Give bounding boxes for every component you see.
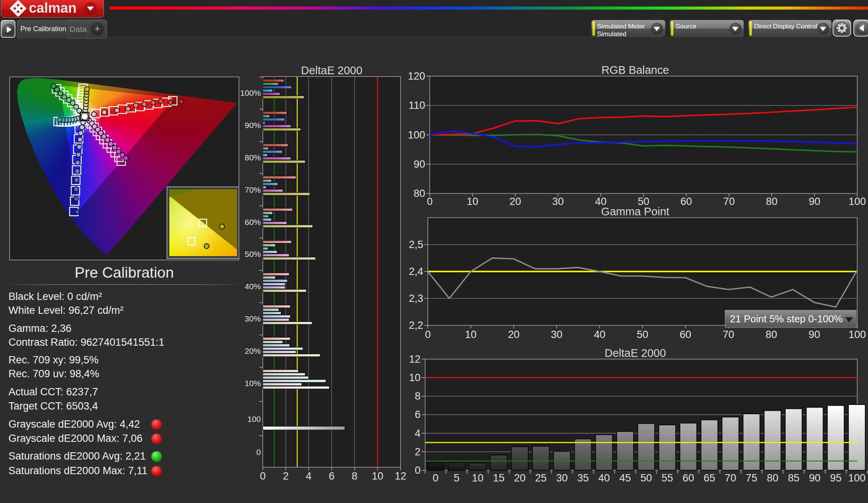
svg-text:100: 100 [848, 472, 865, 484]
svg-text:80: 80 [766, 329, 777, 340]
svg-text:60: 60 [683, 472, 694, 484]
svg-text:15: 15 [493, 472, 504, 484]
svg-text:20%: 20% [245, 346, 261, 355]
svg-text:90: 90 [414, 158, 425, 170]
svg-text:80: 80 [766, 196, 778, 207]
svg-text:50%: 50% [245, 250, 261, 258]
svg-text:12: 12 [409, 353, 421, 365]
svg-text:30: 30 [556, 472, 568, 484]
svg-text:10: 10 [472, 472, 483, 484]
svg-text:2,4: 2,4 [409, 266, 423, 277]
svg-text:70: 70 [724, 472, 736, 484]
svg-text:55: 55 [661, 472, 673, 484]
svg-text:90: 90 [808, 329, 820, 340]
svg-text:6: 6 [329, 470, 334, 482]
svg-text:30: 30 [552, 196, 564, 207]
svg-text:10: 10 [467, 196, 478, 207]
svg-text:40%: 40% [245, 282, 261, 291]
svg-text:10%: 10% [245, 379, 261, 388]
svg-text:85: 85 [788, 472, 800, 484]
svg-text:DeltaE 2000: DeltaE 2000 [301, 64, 362, 77]
svg-text:2: 2 [415, 446, 421, 458]
svg-text:RGB Balance: RGB Balance [601, 64, 669, 76]
svg-text:80%: 80% [245, 153, 261, 162]
svg-text:90: 90 [809, 472, 820, 484]
svg-text:2: 2 [283, 470, 289, 482]
svg-text:70: 70 [723, 196, 735, 207]
svg-text:2,3: 2,3 [409, 293, 423, 304]
svg-text:0: 0 [256, 448, 261, 456]
svg-text:2,2: 2,2 [409, 320, 423, 331]
svg-text:4: 4 [415, 428, 421, 439]
svg-text:100%: 100% [240, 88, 261, 97]
svg-text:30%: 30% [245, 314, 261, 323]
svg-text:20: 20 [508, 329, 519, 340]
svg-text:90: 90 [809, 196, 820, 207]
svg-text:80: 80 [767, 472, 778, 484]
svg-text:10: 10 [372, 470, 383, 482]
svg-text:65: 65 [704, 472, 715, 484]
svg-text:12: 12 [395, 470, 406, 482]
svg-text:20: 20 [514, 472, 526, 484]
svg-text:2,5: 2,5 [409, 239, 423, 250]
svg-text:10: 10 [409, 372, 421, 383]
svg-text:75: 75 [746, 472, 757, 484]
svg-text:20: 20 [509, 196, 521, 207]
svg-text:95: 95 [830, 472, 841, 484]
svg-text:Gamma Point: Gamma Point [601, 205, 669, 218]
svg-text:25: 25 [535, 472, 547, 484]
svg-text:30: 30 [551, 329, 563, 340]
svg-text:50: 50 [637, 329, 648, 340]
svg-text:0: 0 [425, 329, 431, 340]
svg-text:60: 60 [680, 329, 691, 340]
svg-text:45: 45 [619, 472, 631, 484]
svg-text:35: 35 [577, 472, 589, 484]
svg-text:5: 5 [454, 472, 459, 484]
svg-text:100: 100 [848, 329, 866, 340]
svg-text:40: 40 [598, 472, 610, 484]
svg-text:0: 0 [427, 196, 432, 207]
svg-text:4: 4 [306, 470, 312, 482]
svg-text:80: 80 [414, 188, 425, 199]
svg-text:110: 110 [409, 100, 425, 111]
svg-text:40: 40 [594, 329, 605, 340]
svg-text:0: 0 [432, 472, 438, 484]
svg-text:100: 100 [848, 196, 866, 207]
svg-text:60: 60 [681, 196, 692, 207]
svg-text:70%: 70% [245, 185, 261, 194]
svg-text:60%: 60% [245, 218, 261, 227]
svg-text:6: 6 [415, 409, 421, 420]
svg-text:10: 10 [465, 329, 477, 340]
svg-text:DeltaE 2000: DeltaE 2000 [604, 347, 666, 359]
svg-text:70: 70 [723, 329, 734, 340]
svg-text:90%: 90% [245, 121, 261, 130]
svg-text:8: 8 [352, 470, 357, 482]
svg-text:0: 0 [415, 465, 421, 476]
svg-text:120: 120 [408, 70, 425, 82]
svg-text:50: 50 [640, 472, 652, 484]
svg-text:0: 0 [260, 470, 265, 482]
svg-text:8: 8 [415, 390, 421, 402]
svg-text:100: 100 [247, 415, 261, 423]
svg-text:100: 100 [408, 129, 425, 141]
